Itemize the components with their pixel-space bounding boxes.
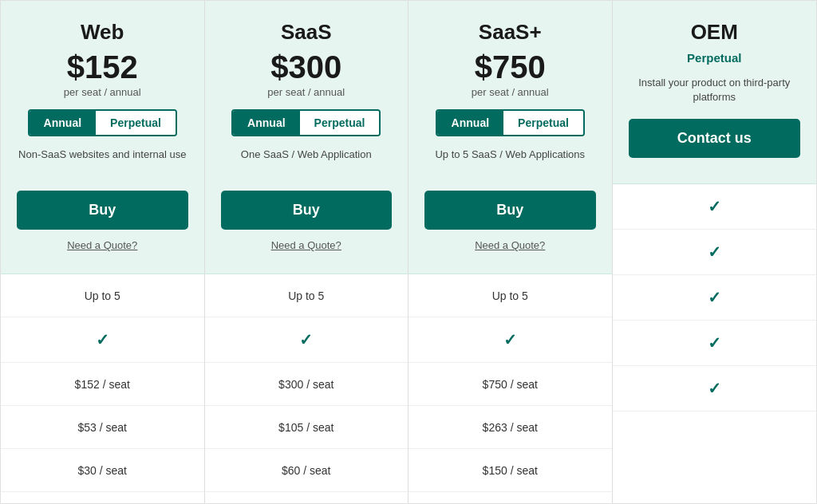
checkmark-icon-oem-3: ✓ bbox=[708, 333, 721, 352]
plan-name-saas: SaaS bbox=[281, 20, 332, 45]
plan-name-oem: OEM bbox=[691, 20, 738, 45]
plan-features-web: Up to 5✓$152 / seat$53 / seat$30 / seat bbox=[1, 274, 204, 503]
buy-button-oem[interactable]: Contact us bbox=[629, 119, 801, 158]
plan-column-oem: OEMPerpetualInstall your product on thir… bbox=[613, 1, 817, 503]
plan-price-web: $152 bbox=[67, 51, 138, 83]
feature-row-saas-2: $300 / seat bbox=[205, 363, 408, 406]
feature-row-saas-1: ✓ bbox=[205, 317, 408, 363]
checkmark-icon-oem-4: ✓ bbox=[708, 379, 721, 398]
checkmark-icon-oem-0: ✓ bbox=[708, 197, 721, 216]
plan-header-saas: SaaS$300per seat / annualAnnualPerpetual… bbox=[205, 1, 408, 274]
plan-price-note-saas: per seat / annual bbox=[267, 86, 345, 98]
feature-row-oem-1: ✓ bbox=[613, 230, 817, 275]
feature-row-web-1: ✓ bbox=[1, 317, 204, 363]
feature-row-saas-plus-3: $263 / seat bbox=[408, 406, 612, 449]
toggle-perpetual-saas[interactable]: Perpetual bbox=[300, 111, 380, 135]
quote-link-saas[interactable]: Need a Quote? bbox=[271, 239, 341, 251]
plan-column-saas: SaaS$300per seat / annualAnnualPerpetual… bbox=[205, 1, 409, 503]
feature-row-saas-plus-4: $150 / seat bbox=[408, 449, 612, 492]
toggle-group-saas[interactable]: AnnualPerpetual bbox=[231, 109, 381, 136]
feature-row-oem-3: ✓ bbox=[613, 321, 817, 366]
plan-description-oem: Install your product on third-party plat… bbox=[629, 76, 801, 104]
plan-column-saas-plus: SaaS+$750per seat / annualAnnualPerpetua… bbox=[408, 1, 613, 503]
plan-name-web: Web bbox=[81, 20, 124, 45]
toggle-group-web[interactable]: AnnualPerpetual bbox=[28, 109, 177, 136]
checkmark-icon-oem-1: ✓ bbox=[708, 242, 721, 262]
toggle-annual-saas-plus[interactable]: Annual bbox=[437, 111, 503, 135]
plan-header-web: Web$152per seat / annualAnnualPerpetualN… bbox=[1, 1, 204, 274]
plan-header-saas-plus: SaaS+$750per seat / annualAnnualPerpetua… bbox=[408, 1, 612, 274]
perpetual-label-oem: Perpetual bbox=[687, 51, 741, 65]
feature-row-saas-3: $105 / seat bbox=[205, 406, 408, 449]
pricing-table: Web$152per seat / annualAnnualPerpetualN… bbox=[0, 0, 817, 504]
feature-row-saas-plus-0: Up to 5 bbox=[408, 274, 612, 317]
feature-row-oem-0: ✓ bbox=[613, 184, 817, 230]
plan-column-web: Web$152per seat / annualAnnualPerpetualN… bbox=[1, 1, 205, 503]
toggle-annual-web[interactable]: Annual bbox=[30, 111, 96, 135]
plan-price-saas: $300 bbox=[270, 51, 341, 83]
plan-description-saas: One SaaS / Web Application bbox=[241, 148, 372, 176]
plan-header-oem: OEMPerpetualInstall your product on thir… bbox=[613, 1, 817, 184]
feature-row-web-4: $30 / seat bbox=[1, 449, 204, 492]
quote-link-saas-plus[interactable]: Need a Quote? bbox=[475, 239, 545, 251]
feature-row-saas-plus-2: $750 / seat bbox=[408, 363, 612, 406]
toggle-perpetual-web[interactable]: Perpetual bbox=[96, 111, 176, 135]
toggle-group-saas-plus[interactable]: AnnualPerpetual bbox=[436, 109, 585, 136]
feature-row-oem-4: ✓ bbox=[613, 366, 817, 411]
checkmark-icon-saas-plus-1: ✓ bbox=[503, 330, 517, 349]
feature-row-oem-2: ✓ bbox=[613, 275, 817, 321]
buy-button-web[interactable]: Buy bbox=[17, 191, 188, 230]
toggle-annual-saas[interactable]: Annual bbox=[233, 111, 299, 135]
plan-price-saas-plus: $750 bbox=[475, 51, 546, 83]
feature-row-web-2: $152 / seat bbox=[1, 363, 204, 406]
buy-button-saas[interactable]: Buy bbox=[221, 191, 393, 230]
checkmark-icon-saas-1: ✓ bbox=[299, 330, 313, 349]
checkmark-icon-oem-2: ✓ bbox=[708, 288, 721, 307]
feature-row-saas-4: $60 / seat bbox=[205, 449, 408, 492]
toggle-perpetual-saas-plus[interactable]: Perpetual bbox=[503, 111, 583, 135]
plan-description-web: Non-SaaS websites and internal use bbox=[18, 148, 186, 176]
plan-description-saas-plus: Up to 5 SaaS / Web Applications bbox=[435, 148, 585, 176]
plan-features-saas: Up to 5✓$300 / seat$105 / seat$60 / seat bbox=[205, 274, 408, 503]
plan-features-oem: ✓✓✓✓✓ bbox=[613, 184, 817, 503]
feature-row-saas-0: Up to 5 bbox=[205, 274, 408, 317]
feature-row-saas-plus-1: ✓ bbox=[408, 317, 612, 363]
checkmark-icon-web-1: ✓ bbox=[96, 330, 109, 349]
buy-button-saas-plus[interactable]: Buy bbox=[424, 191, 596, 230]
plan-price-note-saas-plus: per seat / annual bbox=[472, 86, 549, 98]
plan-name-saas-plus: SaaS+ bbox=[479, 20, 542, 45]
quote-link-web[interactable]: Need a Quote? bbox=[67, 239, 137, 251]
plan-features-saas-plus: Up to 5✓$750 / seat$263 / seat$150 / sea… bbox=[408, 274, 612, 503]
plan-price-note-web: per seat / annual bbox=[64, 86, 141, 98]
feature-row-web-3: $53 / seat bbox=[1, 406, 204, 449]
feature-row-web-0: Up to 5 bbox=[1, 274, 204, 317]
